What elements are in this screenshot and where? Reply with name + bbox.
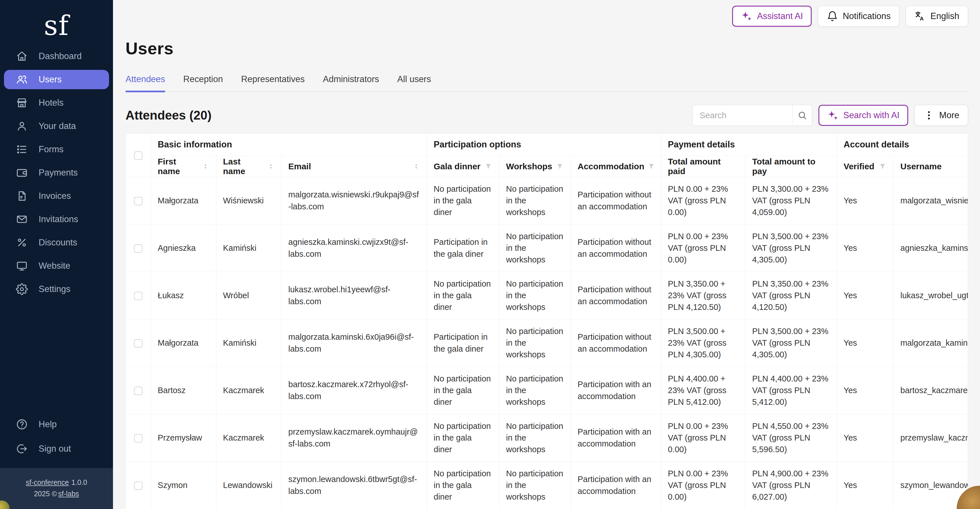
sidebar-item-label: Hotels [38,98,64,108]
search-input[interactable] [693,105,792,126]
select-all-cell [126,134,151,177]
column-label: Last name [223,157,264,176]
users-table-container: Basic informationParticipation optionsPa… [126,133,968,509]
tab-attendees[interactable]: Attendees [126,74,165,92]
person-icon [16,120,28,132]
row-select-cell [126,414,151,461]
cell-verified: Yes [837,414,893,461]
cell-gala-dinner: No participation in the gala diner [427,414,499,461]
english-button[interactable]: AEnglish [905,6,968,27]
cell-gala-dinner: Participation in the gala diner [427,224,499,272]
tab-administrators[interactable]: Administrators [323,74,379,92]
column-header-workshops[interactable]: Workshops [499,156,571,177]
sidebar-item-settings[interactable]: Settings [4,279,109,299]
row-checkbox[interactable] [134,434,143,442]
column-header-total-amount-paid: Total amount paid [661,156,745,177]
column-label: Verified [844,162,874,171]
cell-total-to-pay: PLN 3,500.00 + 23% VAT (gross PLN 4,305.… [745,319,837,367]
cell-total-to-pay: PLN 4,400.00 + 23% VAT (gross PLN 5,412.… [745,367,837,414]
cell-gala-dinner: No participation in the gala diner [427,272,499,319]
cell-email: agnieszka.kaminski.cwjizx9t@sf-labs.com [282,224,427,272]
column-header-gala-dinner[interactable]: Gala dinner [427,156,499,177]
select-all-checkbox[interactable] [134,152,143,160]
cell-last-name: Kaczmarek [216,367,282,414]
row-checkbox[interactable] [134,386,143,395]
cell-accommodation: Participation with an accommodation [571,461,661,509]
cell-last-name: Kamiński [216,224,282,272]
cell-first-name: Małgorzata [151,177,216,224]
list-icon [16,144,28,155]
row-checkbox[interactable] [134,197,143,205]
wallet-icon [16,167,28,179]
cell-accommodation: Participation without an accommodation [571,272,661,319]
cell-total-paid: PLN 3,350.00 + 23% VAT (gross PLN 4,120.… [661,272,745,319]
tab-representatives[interactable]: Representatives [241,74,305,92]
sidebar-item-label: Help [38,419,57,429]
cell-total-paid: PLN 0.00 + 23% VAT (gross PLN 0.00) [661,414,745,461]
cell-username: malgorzata_kaminski [893,319,968,367]
row-checkbox[interactable] [134,292,143,300]
sidebar-item-forms[interactable]: Forms [4,140,109,159]
sidebar-item-label: Payments [38,168,78,178]
cell-username: malgorzata_wisniews [893,177,968,224]
cell-total-to-pay: PLN 4,550.00 + 23% VAT (gross PLN 5,596.… [745,414,837,461]
storefront-icon [16,97,28,109]
table-row: BartoszKaczmarekbartosz.kaczmarek.x72rhy… [126,367,968,414]
table-column-header-row: First name Last name Email Gala dinner W… [126,156,968,177]
sidebar-item-your-data[interactable]: Your data [4,116,109,136]
kebab-icon [923,110,935,121]
button-label: Search with AI [843,110,899,120]
app-link[interactable]: sf-conference [26,478,69,486]
magnifier-icon [797,110,807,120]
column-header-last-name[interactable]: Last name [216,156,282,177]
row-select-cell [126,177,151,224]
search-with-ai-button[interactable]: Search with AI [818,105,908,126]
sidebar-item-invitations[interactable]: Invitations [4,210,109,229]
translate-icon: A [915,11,926,22]
cell-accommodation: Participation without an accommodation [571,319,661,367]
search-button[interactable] [792,105,812,126]
sidebar-bottom-nav: Help Sign out [0,415,113,458]
cell-workshops: No participation in the workshops [499,177,571,224]
cell-total-paid: PLN 0.00 + 23% VAT (gross PLN 0.00) [661,224,745,272]
sidebar-item-invoices[interactable]: Invoices [4,186,109,206]
sidebar-item-label: Users [38,74,62,85]
cell-total-paid: PLN 0.00 + 23% VAT (gross PLN 0.00) [661,177,745,224]
cell-total-to-pay: PLN 4,900.00 + 23% VAT (gross PLN 6,027.… [745,461,837,509]
sidebar-item-users[interactable]: Users [4,70,109,89]
button-label: Notifications [843,11,891,21]
column-header-verified[interactable]: Verified [837,156,893,177]
column-header-accommodation[interactable]: Accommodation [571,156,661,177]
row-select-cell [126,319,151,367]
notifications-button[interactable]: Notifications [818,6,899,27]
sidebar-item-hotels[interactable]: Hotels [4,93,109,112]
sidebar-item-dashboard[interactable]: Dashboard [4,46,109,66]
sidebar-item-help[interactable]: Help [4,415,109,434]
sidebar-item-website[interactable]: Website [4,256,109,276]
company-link[interactable]: sf-labs [58,490,79,498]
assistant-ai-button[interactable]: Assistant AI [732,6,811,27]
column-header-email[interactable]: Email [282,156,427,177]
tab-reception[interactable]: Reception [183,74,223,92]
more-button[interactable]: More [915,105,968,126]
sidebar: sf Dashboard Users Hotels Your data Form… [0,0,113,509]
cell-accommodation: Participation without an accommodation [571,224,661,272]
row-checkbox[interactable] [134,339,143,348]
cell-email: bartosz.kaczmarek.x72rhyol@sf-labs.com [282,367,427,414]
table-row: AgnieszkaKamińskiagnieszka.kaminski.cwji… [126,224,968,272]
sidebar-item-discounts[interactable]: Discounts [4,233,109,252]
sidebar-item-payments[interactable]: Payments [4,163,109,182]
row-checkbox[interactable] [134,482,143,490]
percent-icon [16,236,28,249]
sidebar-item-sign-out[interactable]: Sign out [4,439,109,458]
sort-icon [267,163,275,170]
sidebar-item-label: Discounts [38,238,77,248]
row-select-cell [126,272,151,319]
row-checkbox[interactable] [134,244,143,253]
users-table: Basic informationParticipation optionsPa… [126,134,968,509]
column-header-first-name[interactable]: First name [151,156,216,177]
column-label: Total amount paid [668,157,738,176]
cell-workshops: No participation in the workshops [499,414,571,461]
funnel-icon [484,163,492,171]
tab-all-users[interactable]: All users [397,74,431,92]
